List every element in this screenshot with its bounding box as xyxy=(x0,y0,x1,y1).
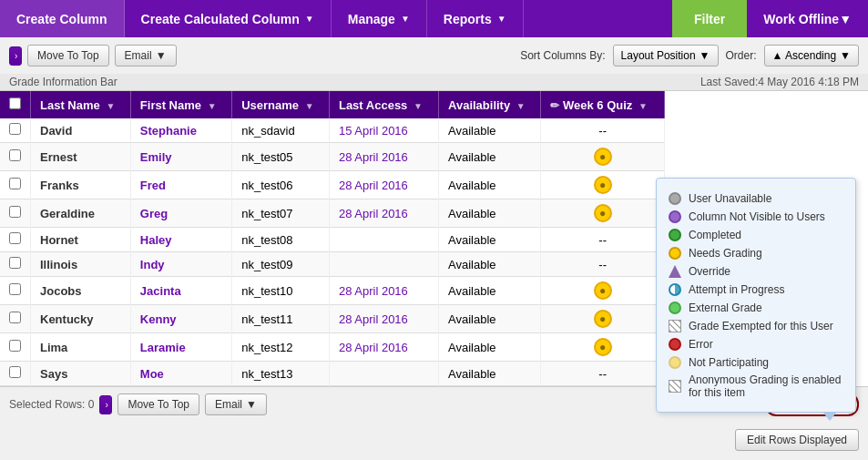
sort-columns-value: Layout Position xyxy=(621,49,696,62)
move-to-top-label: Move To Top xyxy=(37,49,99,62)
cell-availability: Available xyxy=(439,362,541,386)
toolbar-right: Sort Columns By: Layout Position ▼ Order… xyxy=(520,45,859,66)
legend-completed: Completed xyxy=(668,228,844,242)
legend-attempt-in-progress: Attempt in Progress xyxy=(668,282,844,297)
select-all-checkbox[interactable] xyxy=(9,97,21,109)
nav-create-calculated-label: Create Calculated Column xyxy=(141,12,300,26)
cell-availability: Available xyxy=(439,171,541,199)
cell-grade: -- xyxy=(541,362,665,386)
row-checkbox[interactable] xyxy=(9,312,21,323)
row-checkbox-cell xyxy=(0,143,31,171)
cell-username: nk_test09 xyxy=(232,252,330,277)
edit-rows-button[interactable]: Edit Rows Displayed xyxy=(735,429,859,451)
cell-last-name: Jocobs xyxy=(31,277,131,305)
email-bottom-label: Email xyxy=(215,398,242,411)
table-container: Last Name ▼ First Name ▼ Username ▼ Last… xyxy=(0,91,868,386)
nav-reports-label: Reports xyxy=(444,12,492,26)
nav-reports-chevron: ▼ xyxy=(497,14,506,24)
cell-first-name: Haley xyxy=(130,228,231,252)
row-checkbox-cell xyxy=(0,118,31,143)
col-header-last-name[interactable]: Last Name ▼ xyxy=(31,91,131,118)
col-header-first-name[interactable]: First Name ▼ xyxy=(130,91,231,118)
row-checkbox[interactable] xyxy=(9,149,21,161)
row-checkbox[interactable] xyxy=(9,206,21,218)
row-checkbox[interactable] xyxy=(9,178,21,189)
legend-user-unavailable: User Unavailable xyxy=(668,191,844,206)
order-select[interactable]: ▲ Ascending ▼ xyxy=(764,45,859,66)
nav-create-column-label: Create Column xyxy=(16,12,107,26)
cell-availability: Available xyxy=(439,333,541,362)
cell-last-access: 15 April 2016 xyxy=(329,118,438,143)
cell-grade: -- xyxy=(541,228,665,252)
cell-grade: ● xyxy=(541,333,665,362)
table-row: GeraldineGregnk_test0728 April 2016Avail… xyxy=(0,199,665,228)
cell-grade: ● xyxy=(541,199,665,228)
table-row: FranksFrednk_test0628 April 2016Availabl… xyxy=(0,171,665,199)
table-row: KentuckyKennynk_test1128 April 2016Avail… xyxy=(0,305,665,333)
row-checkbox[interactable] xyxy=(9,123,21,135)
col-header-last-access[interactable]: Last Access ▼ xyxy=(329,91,438,118)
row-checkbox[interactable] xyxy=(9,232,21,244)
legend-external-grade: External Grade xyxy=(668,301,844,315)
nav-filter-label: Filter xyxy=(694,12,725,26)
cell-first-name: Indy xyxy=(130,252,231,277)
nav-create-column[interactable]: Create Column xyxy=(0,0,125,37)
row-checkbox-cell xyxy=(0,228,31,252)
email-button[interactable]: Email ▼ xyxy=(115,45,177,66)
sort-columns-select[interactable]: Layout Position ▼ xyxy=(613,45,719,66)
row-checkbox-cell xyxy=(0,362,31,386)
move-to-top-button[interactable]: Move To Top xyxy=(27,45,109,66)
cell-first-name: Stephanie xyxy=(130,118,231,143)
cell-last-name: Kentucky xyxy=(31,305,131,333)
row-checkbox-cell xyxy=(0,199,31,228)
scroll-left-button[interactable]: › xyxy=(9,46,22,66)
row-checkbox-cell xyxy=(0,333,31,362)
cell-first-name: Moe xyxy=(130,362,231,386)
nav-create-calculated[interactable]: Create Calculated Column ▼ xyxy=(125,0,332,37)
cell-username: nk_test08 xyxy=(232,228,330,252)
row-checkbox[interactable] xyxy=(9,366,21,378)
col-header-checkbox[interactable] xyxy=(0,91,31,118)
sort-columns-label: Sort Columns By: xyxy=(520,49,605,62)
nav-work-offline[interactable]: Work Offline ▼ xyxy=(747,0,868,37)
legend-needs-grading: Needs Grading xyxy=(668,246,844,261)
scroll-left-bottom-button[interactable]: › xyxy=(99,395,112,414)
move-to-top-bottom-label: Move To Top xyxy=(128,398,189,411)
cell-last-name: Ernest xyxy=(31,143,131,171)
cell-first-name: Laramie xyxy=(130,333,231,362)
row-checkbox-cell xyxy=(0,305,31,333)
col-header-availability[interactable]: Availability ▼ xyxy=(439,91,541,118)
cell-availability: Available xyxy=(439,143,541,171)
nav-filter[interactable]: Filter xyxy=(672,0,747,37)
cell-last-access: 28 April 2016 xyxy=(329,171,438,199)
needs-grading-icon: ● xyxy=(594,338,612,356)
nav-reports[interactable]: Reports ▼ xyxy=(427,0,524,37)
order-label: Order: xyxy=(726,49,757,62)
cell-availability: Available xyxy=(439,228,541,252)
legend-error: Error xyxy=(668,337,844,352)
move-to-top-bottom-button[interactable]: Move To Top xyxy=(117,394,199,415)
cell-last-name: Illinois xyxy=(31,252,131,277)
nav-manage[interactable]: Manage ▼ xyxy=(332,0,427,37)
table-row: DavidStephanienk_sdavid15 April 2016Avai… xyxy=(0,118,665,143)
cell-first-name: Fred xyxy=(130,171,231,199)
col-header-week6-quiz[interactable]: ✏ Week 6 Quiz ▼ xyxy=(541,91,665,118)
row-checkbox-cell xyxy=(0,171,31,199)
nav-work-offline-chevron: ▼ xyxy=(839,12,852,26)
legend-grade-exempted: Grade Exempted for this User xyxy=(668,319,844,333)
cell-last-access: 28 April 2016 xyxy=(329,305,438,333)
col-header-username[interactable]: Username ▼ xyxy=(232,91,330,118)
cell-username: nk_test12 xyxy=(232,333,330,362)
row-checkbox[interactable] xyxy=(9,257,21,269)
email-bottom-button[interactable]: Email ▼ xyxy=(205,394,267,415)
row-checkbox-cell xyxy=(0,252,31,277)
cell-username: nk_test06 xyxy=(232,171,330,199)
row-checkbox[interactable] xyxy=(9,283,21,295)
cell-first-name: Greg xyxy=(130,199,231,228)
email-chevron: ▼ xyxy=(156,49,167,62)
cell-username: nk_test10 xyxy=(232,277,330,305)
table-row: HornetHaleynk_test08Available-- xyxy=(0,228,665,252)
nav-create-calculated-chevron: ▼ xyxy=(305,14,314,24)
row-checkbox[interactable] xyxy=(9,340,21,352)
top-nav: Create Column Create Calculated Column ▼… xyxy=(0,0,868,37)
